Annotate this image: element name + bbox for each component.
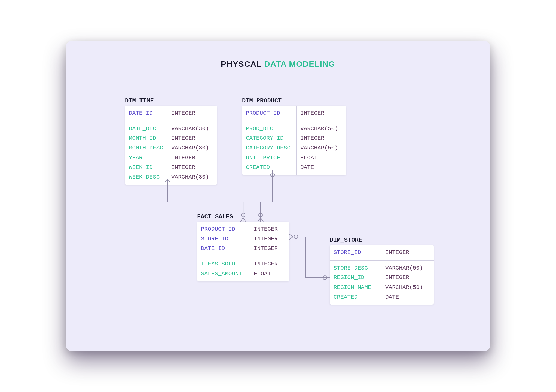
- attr-type: INTEGER: [254, 259, 278, 269]
- svg-point-0: [241, 213, 245, 217]
- table-dim-product: DIM_PRODUCT PRODUCT_ID INTEGER PROD_DEC …: [242, 106, 346, 175]
- attr-section: STORE_DESC REGION_ID REGION_NAME CREATED…: [330, 261, 434, 305]
- pk-type: INTEGER: [254, 244, 278, 253]
- pk-type: INTEGER: [171, 108, 195, 118]
- attr-type: VARCHAR(50): [300, 124, 338, 134]
- attr-field: ITEMS_SOLD: [201, 259, 246, 269]
- attr-section: ITEMS_SOLD SALES_AMOUNT INTEGER FLOAT: [197, 256, 289, 281]
- pk-type: INTEGER: [254, 234, 278, 244]
- attr-type: INTEGER: [171, 163, 209, 172]
- attr-field: CATEGORY_ID: [246, 133, 292, 143]
- attr-field: SALES_AMOUNT: [201, 269, 246, 279]
- attr-type: VARCHAR(30): [171, 143, 209, 153]
- attr-type: INTEGER: [171, 153, 209, 163]
- pk-section: PRODUCT_ID STORE_ID DATE_ID INTEGER INTE…: [197, 222, 289, 256]
- pk-field: STORE_ID: [334, 248, 377, 258]
- svg-point-5: [323, 276, 327, 280]
- table-name: FACT_SALES: [197, 212, 233, 222]
- table-name: DIM_TIME: [125, 96, 154, 106]
- table-name: DIM_PRODUCT: [242, 96, 282, 106]
- attr-type: VARCHAR(50): [300, 143, 338, 153]
- attr-type: DATE: [300, 163, 338, 172]
- attr-field: CREATED: [334, 292, 377, 302]
- attr-field: REGION_NAME: [334, 283, 377, 292]
- diagram-canvas: PHYSCAL DATA MODELING DIM_TIME DATE_ID I…: [66, 41, 490, 351]
- attr-field: UNIT_PRICE: [246, 153, 292, 163]
- attr-type: VARCHAR(50): [385, 263, 423, 273]
- attr-field: CATEGORY_DESC: [246, 143, 292, 153]
- attr-field: CREATED: [246, 163, 292, 172]
- pk-type: INTEGER: [254, 224, 278, 234]
- pk-section: PRODUCT_ID INTEGER: [242, 106, 346, 121]
- attr-field: DATE_DEC: [129, 124, 163, 134]
- attr-field: MONTH_DESC: [129, 143, 163, 153]
- table-fact-sales: FACT_SALES PRODUCT_ID STORE_ID DATE_ID I…: [197, 222, 289, 281]
- pk-field: STORE_ID: [201, 234, 246, 244]
- attr-field: PROD_DEC: [246, 124, 292, 134]
- attr-type: DATE: [385, 292, 423, 302]
- attr-field: WEEK_ID: [129, 163, 163, 172]
- attr-type: INTEGER: [385, 273, 423, 283]
- attr-section: PROD_DEC CATEGORY_ID CATEGORY_DESC UNIT_…: [242, 121, 346, 175]
- title-part-2: DATA MODELING: [264, 59, 335, 68]
- title-part-1: PHYSCAL: [221, 59, 262, 68]
- attr-field: REGION_ID: [334, 273, 377, 283]
- attr-type: VARCHAR(30): [171, 124, 209, 134]
- pk-field: PRODUCT_ID: [246, 108, 292, 118]
- table-dim-store: DIM_STORE STORE_ID INTEGER STORE_DESC RE…: [330, 245, 434, 305]
- attr-field: YEAR: [129, 153, 163, 163]
- pk-section: DATE_ID INTEGER: [125, 106, 217, 121]
- page-title: PHYSCAL DATA MODELING: [66, 41, 490, 69]
- pk-field: PRODUCT_ID: [201, 224, 246, 234]
- attr-field: STORE_DESC: [334, 263, 377, 273]
- pk-type: INTEGER: [300, 108, 324, 118]
- attr-type: VARCHAR(30): [171, 172, 209, 182]
- pk-field: DATE_ID: [201, 244, 246, 253]
- attr-type: INTEGER: [171, 133, 209, 143]
- attr-type: VARCHAR(50): [385, 283, 423, 292]
- table-dim-time: DIM_TIME DATE_ID INTEGER DATE_DEC MONTH_…: [125, 106, 217, 185]
- attr-section: DATE_DEC MONTH_ID MONTH_DESC YEAR WEEK_I…: [125, 121, 217, 185]
- attr-type: FLOAT: [254, 269, 278, 279]
- attr-field: MONTH_ID: [129, 133, 163, 143]
- svg-point-4: [294, 235, 298, 239]
- pk-section: STORE_ID INTEGER: [330, 245, 434, 261]
- pk-type: INTEGER: [385, 248, 409, 258]
- table-name: DIM_STORE: [330, 235, 362, 245]
- attr-type: FLOAT: [300, 153, 338, 163]
- attr-field: WEEK_DESC: [129, 172, 163, 182]
- svg-point-3: [259, 213, 262, 217]
- pk-field: DATE_ID: [129, 108, 163, 118]
- attr-type: INTEGER: [300, 133, 338, 143]
